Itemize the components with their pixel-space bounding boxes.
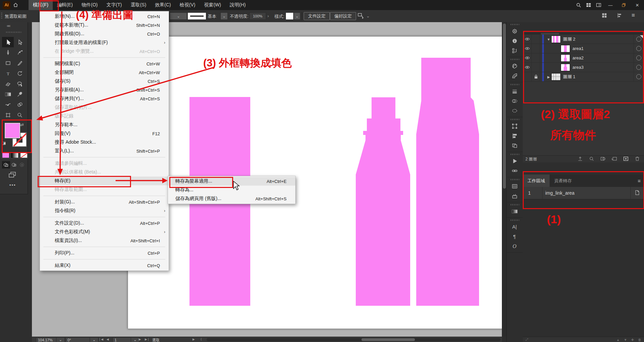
panel-split-icon[interactable] xyxy=(594,0,604,10)
controlbar-drag-handle[interactable] xyxy=(1,13,2,19)
layer-target-icon[interactable] xyxy=(636,74,641,79)
select-similar-dropdown-icon[interactable]: ⌄ xyxy=(366,13,370,18)
layer-thumbnail[interactable] xyxy=(561,45,570,52)
file-menu-item[interactable]: 在 Bridge 中瀏覽...Alt+Ctrl+O xyxy=(40,47,169,56)
file-menu-item[interactable]: 文件色彩模式(M)› xyxy=(40,228,169,236)
transparency-icon[interactable] xyxy=(507,96,522,106)
panel-group-drag-handle[interactable] xyxy=(511,179,519,180)
eye-icon[interactable] xyxy=(523,53,532,62)
file-menu-item[interactable]: 儲存選取的切片... xyxy=(40,103,169,112)
file-menu-item[interactable]: 文件設定(D)...Alt+Ctrl+P xyxy=(40,219,169,228)
next-artboard-icon[interactable]: ▶ xyxy=(139,338,141,341)
eye-icon[interactable] xyxy=(523,63,532,72)
eye-icon[interactable] xyxy=(523,35,532,44)
color-icon[interactable] xyxy=(507,61,522,71)
layer-name[interactable]: 圖層 1 xyxy=(563,74,575,80)
new-sublayer-icon[interactable] xyxy=(611,156,618,163)
select-similar-icon[interactable] xyxy=(357,12,364,20)
draw-behind-icon[interactable] xyxy=(10,161,18,168)
actions-play-icon[interactable] xyxy=(507,156,522,166)
gradient-icon[interactable] xyxy=(507,206,522,216)
info-icon[interactable] xyxy=(507,36,522,46)
panel-group-drag-handle[interactable] xyxy=(511,204,519,205)
lock-icon[interactable] xyxy=(532,72,540,81)
layer-thumbnail[interactable] xyxy=(551,36,561,43)
layer-name[interactable]: area2 xyxy=(572,55,584,60)
menubar-item-2[interactable]: 編輯(E) xyxy=(53,0,77,10)
file-menu-item[interactable]: 轉存(E)› xyxy=(40,177,169,185)
menubar-item-9[interactable]: 說明(H) xyxy=(225,0,250,10)
fill-swatch[interactable] xyxy=(5,123,20,138)
screen-mode-icon[interactable] xyxy=(8,171,17,180)
lock-cell[interactable] xyxy=(532,53,540,62)
status-expand-icon[interactable]: ▶ xyxy=(192,338,195,341)
menubar-item-5[interactable]: 選取(S) xyxy=(126,0,151,10)
stroke-icon[interactable] xyxy=(507,86,522,96)
collect-export-icon[interactable] xyxy=(577,156,584,163)
locate-icon[interactable] xyxy=(588,156,595,163)
align-panel-icon[interactable] xyxy=(616,13,622,19)
pen-tool[interactable] xyxy=(2,47,14,58)
artboard-name[interactable]: img_link_area xyxy=(545,190,574,196)
close-icon[interactable]: ✕ xyxy=(631,0,644,10)
panel-group-drag-handle[interactable] xyxy=(511,219,519,221)
zoom-level[interactable]: 104.17% xyxy=(36,337,59,342)
brush-preview[interactable] xyxy=(187,12,206,20)
eyedropper-tool[interactable] xyxy=(14,89,26,99)
lock-cell[interactable] xyxy=(532,35,540,44)
zoom-dropdown-icon[interactable]: ⌄ xyxy=(56,337,65,342)
shape-area3[interactable] xyxy=(416,58,479,306)
stroke-variable-dropdown[interactable]: ⌄ xyxy=(170,12,187,20)
layer-target-icon[interactable] xyxy=(636,46,641,51)
menubar-item-4[interactable]: 文字(T) xyxy=(102,0,126,10)
layer-thumbnail[interactable] xyxy=(561,54,570,62)
shape-area2[interactable] xyxy=(356,97,410,306)
opacity-chevron-icon[interactable]: › xyxy=(267,13,269,18)
style-swatch[interactable] xyxy=(286,12,294,20)
lock-cell[interactable] xyxy=(532,44,540,53)
file-menu-item[interactable]: 檔案資訊(I)...Alt+Shift+Ctrl+I xyxy=(40,236,169,245)
menubar-item-6[interactable]: 效果(C) xyxy=(151,0,175,10)
draw-normal-icon[interactable] xyxy=(2,161,10,168)
direct-selection-tool[interactable] xyxy=(14,37,26,47)
panel-group-drag-handle[interactable] xyxy=(511,119,519,120)
more-tools-icon[interactable]: ••• xyxy=(9,183,16,188)
transform-icon[interactable] xyxy=(507,121,522,131)
document-setup-button[interactable]: 文件設定 xyxy=(304,12,330,20)
chevron-down-icon[interactable]: ▼ xyxy=(546,37,551,41)
navigator-wheel-icon[interactable] xyxy=(507,26,522,36)
file-menu-item[interactable]: 儲存拷貝(Y)...Alt+Ctrl+S xyxy=(40,94,169,103)
align-icon[interactable] xyxy=(507,131,522,141)
menubar-item-7[interactable]: 檢視(V) xyxy=(175,0,200,10)
horizontal-scrollbar[interactable] xyxy=(207,338,501,341)
style-dropdown-icon[interactable]: ⌄ xyxy=(294,12,300,20)
add-icon[interactable]: ✚ xyxy=(631,338,634,342)
links-icon[interactable] xyxy=(507,166,522,176)
minimize-button[interactable]: — xyxy=(604,0,617,10)
swap-fill-stroke-icon[interactable]: ⇄ xyxy=(20,122,24,127)
export-submenu-item[interactable]: 轉存為螢幕適用...Alt+Ctrl+E xyxy=(168,177,295,186)
visibility-cell[interactable] xyxy=(523,72,532,81)
selection-dashed-icon[interactable] xyxy=(507,106,522,115)
artboard-tool[interactable] xyxy=(2,110,14,120)
rotation-value[interactable]: 0° xyxy=(66,337,93,342)
file-menu-item[interactable]: 版本記錄 xyxy=(40,112,169,120)
vertical-scrollbar[interactable] xyxy=(502,22,507,337)
type-tool[interactable]: T xyxy=(2,68,14,79)
trash-icon[interactable] xyxy=(634,156,641,163)
resize-corner-icon[interactable]: ⤢ xyxy=(525,338,528,342)
file-menu-item[interactable]: 另存新檔(A)...Shift+Ctrl+S xyxy=(40,86,169,94)
layer-target-icon[interactable] xyxy=(636,55,641,60)
layer-thumbnail[interactable] xyxy=(561,64,570,71)
file-menu-item[interactable]: 全部關閉Alt+Ctrl+W xyxy=(40,68,169,77)
move-up-icon[interactable]: ▲ xyxy=(616,338,620,342)
controlbar-menu-icon[interactable]: ≡ xyxy=(632,12,635,19)
file-menu-item[interactable]: 打開最近使用過的檔案(F)› xyxy=(40,38,169,47)
layer-name[interactable]: area3 xyxy=(572,65,584,70)
collapse-toolbar-icon[interactable]: «« xyxy=(7,23,10,28)
toolbar-drag-handle[interactable] xyxy=(6,32,22,33)
symbols-icon[interactable] xyxy=(507,46,522,55)
brush-dropdown-icon[interactable]: ⌄ xyxy=(220,12,228,20)
layer-thumbnail[interactable] xyxy=(551,73,561,81)
character-icon[interactable]: A| xyxy=(507,222,522,232)
